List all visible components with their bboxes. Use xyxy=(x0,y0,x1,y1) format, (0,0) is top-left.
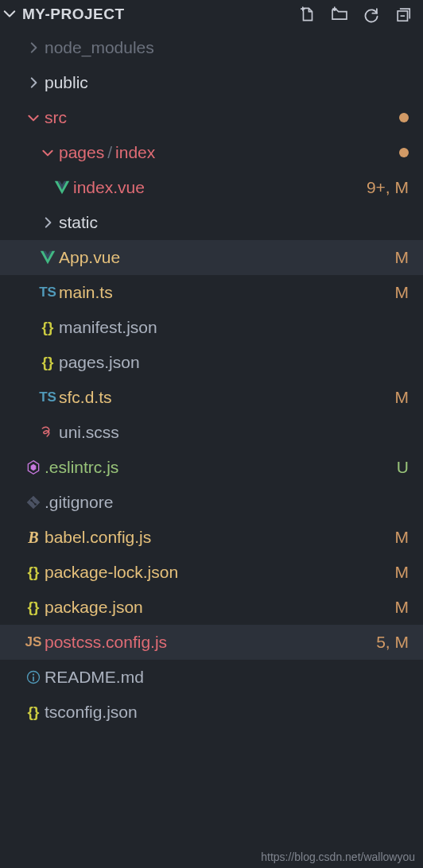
file-label: manifest.json xyxy=(59,318,409,337)
file-label: tsconfig.json xyxy=(45,703,409,722)
git-status: M xyxy=(395,563,409,582)
ts-icon: TS xyxy=(37,285,59,300)
folder-label: static xyxy=(59,213,409,232)
file-package-json[interactable]: {} package.json M xyxy=(0,590,423,625)
file-index-vue[interactable]: index.vue 9+, M xyxy=(0,170,423,205)
file-label: README.md xyxy=(45,668,409,687)
json-icon: {} xyxy=(22,703,45,721)
header-actions xyxy=(299,6,417,23)
file-label: pages.json xyxy=(59,353,409,372)
file-main-ts[interactable]: TS main.ts M xyxy=(0,275,423,310)
file-app-vue[interactable]: App.vue M xyxy=(0,240,423,275)
file-pages-json[interactable]: {} pages.json xyxy=(0,345,423,380)
file-label: package.json xyxy=(45,598,389,617)
git-status: M xyxy=(395,283,409,302)
file-label: .eslintrc.js xyxy=(45,458,390,477)
folder-src[interactable]: src xyxy=(0,100,423,135)
file-label: postcss.config.js xyxy=(45,633,370,652)
chevron-down-icon xyxy=(2,6,17,22)
svg-point-4 xyxy=(33,674,34,676)
new-folder-icon[interactable] xyxy=(331,6,348,23)
json-icon: {} xyxy=(22,599,45,616)
file-sfc-dts[interactable]: TS sfc.d.ts M xyxy=(0,380,423,415)
file-gitignore[interactable]: .gitignore xyxy=(0,485,423,520)
git-status: 9+, M xyxy=(367,178,409,197)
file-label: .gitignore xyxy=(45,493,409,512)
folder-label: node_modules xyxy=(45,38,409,57)
explorer-header: MY-PROJECT xyxy=(0,0,423,29)
modified-dot-icon xyxy=(399,148,409,157)
modified-dot-icon xyxy=(399,113,409,122)
folder-pages-index[interactable]: pages/index xyxy=(0,135,423,170)
info-icon xyxy=(22,669,45,685)
git-status: M xyxy=(395,528,409,547)
scss-icon xyxy=(37,424,59,440)
file-label: babel.config.js xyxy=(45,528,389,547)
vue-icon xyxy=(51,179,73,196)
file-manifest-json[interactable]: {} manifest.json xyxy=(0,310,423,345)
chevron-down-icon xyxy=(22,110,45,125)
collapse-all-icon[interactable] xyxy=(394,6,412,23)
project-title-row[interactable]: MY-PROJECT xyxy=(0,6,299,23)
chevron-right-icon xyxy=(22,76,45,90)
file-tsconfig[interactable]: {} tsconfig.json xyxy=(0,695,423,730)
json-icon: {} xyxy=(37,319,59,336)
vue-icon xyxy=(37,249,59,266)
json-icon: {} xyxy=(37,354,59,371)
file-label: App.vue xyxy=(59,248,389,267)
file-label: uni.scss xyxy=(59,423,409,442)
file-label: main.ts xyxy=(59,283,389,302)
file-babel-config[interactable]: B babel.config.js M xyxy=(0,520,423,555)
file-label: sfc.d.ts xyxy=(59,388,389,407)
new-file-icon[interactable] xyxy=(299,6,316,23)
chevron-down-icon xyxy=(37,145,59,160)
git-status: U xyxy=(397,458,409,477)
eslint-icon xyxy=(22,459,45,475)
folder-static[interactable]: static xyxy=(0,205,423,240)
file-package-lock[interactable]: {} package-lock.json M xyxy=(0,555,423,590)
git-status: M xyxy=(395,248,409,267)
ts-icon: TS xyxy=(37,389,59,405)
refresh-icon[interactable] xyxy=(363,6,380,23)
svg-rect-5 xyxy=(33,676,34,681)
json-icon: {} xyxy=(22,564,45,581)
folder-node-modules[interactable]: node_modules xyxy=(0,30,423,65)
chevron-right-icon xyxy=(37,215,59,230)
git-status: 5, M xyxy=(376,633,409,652)
file-uni-scss[interactable]: uni.scss xyxy=(0,415,423,450)
file-label: package-lock.json xyxy=(45,563,389,582)
project-title: MY-PROJECT xyxy=(22,6,125,23)
babel-icon: B xyxy=(22,529,45,547)
file-tree: node_modules public src pages/index inde… xyxy=(0,29,423,730)
git-status: M xyxy=(395,388,409,407)
folder-public[interactable]: public xyxy=(0,65,423,100)
git-icon xyxy=(22,494,45,510)
watermark-url: https://blog.csdn.net/wallowyou xyxy=(261,851,415,863)
git-status: M xyxy=(395,598,409,617)
file-postcss-config[interactable]: JS postcss.config.js 5, M xyxy=(0,625,423,660)
js-icon: JS xyxy=(22,634,45,650)
folder-label: src xyxy=(45,108,399,127)
file-eslintrc[interactable]: .eslintrc.js U xyxy=(0,450,423,485)
chevron-right-icon xyxy=(22,41,45,55)
file-label: index.vue xyxy=(73,178,360,197)
folder-label: pages/index xyxy=(59,143,399,162)
file-readme[interactable]: README.md xyxy=(0,660,423,695)
folder-label: public xyxy=(45,73,409,92)
